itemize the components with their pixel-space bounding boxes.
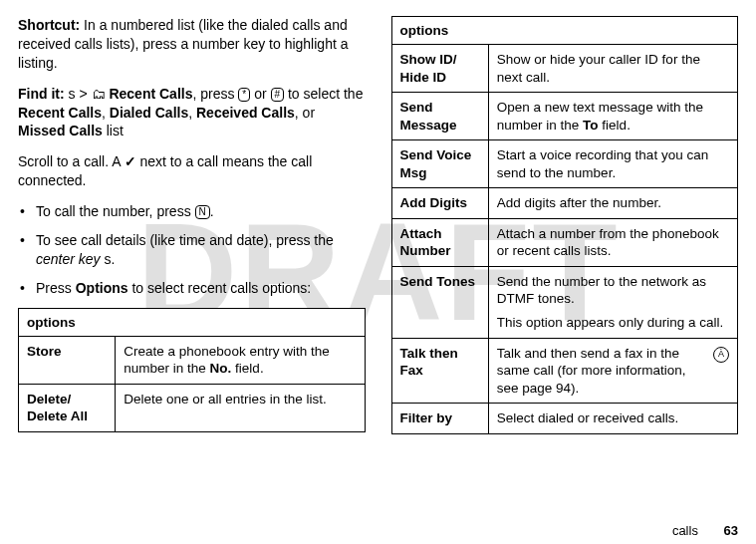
shortcut-paragraph: Shortcut: In a numbered list (like the d… [18, 16, 366, 73]
table-row: Store Create a phonebook entry with the … [19, 336, 366, 384]
recent-calls-2: Recent Calls [18, 105, 102, 121]
d2: field. [599, 118, 630, 133]
findit-label: Find it: [18, 86, 65, 102]
opt-label: Store [19, 336, 116, 384]
table-row: Attach Number Attach a number from the p… [391, 218, 738, 266]
opt-label: Talk then Fax [391, 338, 488, 404]
b3b: to select recent calls options: [128, 280, 312, 296]
list-word: list [103, 123, 124, 138]
dialed-calls: Dialed Calls [110, 105, 188, 121]
d2: field. [231, 361, 263, 376]
table-row: Delete/ Delete All Delete one or all ent… [19, 384, 366, 431]
recent-icon: 🗂 [92, 86, 106, 102]
key-hash: # [271, 88, 285, 102]
bullet-3: Press Options to select recent calls opt… [18, 279, 366, 298]
opt-desc: Talk and then send a fax in the same cal… [488, 338, 737, 404]
opt-label: Add Digits [391, 188, 488, 219]
options-word: Options [76, 280, 128, 296]
opt-desc: Send the number to the network as DTMF t… [488, 266, 737, 338]
chapter-name: calls [672, 523, 698, 538]
db: To [583, 118, 599, 133]
opt-label: Send Message [391, 93, 488, 140]
db: No. [210, 361, 232, 376]
d: Talk and then send a fax in the same cal… [497, 346, 686, 396]
scroll-a: Scroll to a call. A [18, 153, 125, 169]
scroll-paragraph: Scroll to a call. A ✓ next to a call mea… [18, 152, 366, 190]
c3: , or [295, 105, 315, 121]
b1b: . [210, 203, 214, 219]
table-row: Send Voice Msg Start a voice recording t… [391, 140, 738, 188]
d-extra: This option appears only during a call. [497, 314, 729, 332]
center-key-italic: center key [36, 251, 101, 267]
options-table-left: options Store Create a phonebook entry w… [18, 308, 366, 432]
page-footer: calls 63 [672, 523, 738, 538]
opt-desc: Start a voice recording that you can sen… [488, 140, 737, 188]
nav-glyph: s [69, 86, 76, 102]
opt-label: Attach Number [391, 218, 488, 266]
opt-desc: Attach a number from the phonebook or re… [488, 218, 737, 266]
received-calls: Received Calls [196, 105, 295, 121]
opt-label: Show ID/ Hide ID [391, 45, 488, 93]
table-row: Add Digits Add digits after the number. [391, 188, 738, 219]
b2b: . [111, 251, 115, 267]
send-key: N [195, 205, 210, 219]
page-columns: Shortcut: In a numbered list (like the d… [0, 0, 756, 514]
opt-label: Delete/ Delete All [19, 384, 116, 431]
page-number: 63 [724, 523, 738, 538]
to-select: to select the [284, 86, 363, 102]
table-row: Filter by Select dialed or received call… [391, 404, 738, 434]
findit-paragraph: Find it: s > 🗂 Recent Calls, press * or … [18, 85, 366, 141]
opt-desc: Add digits after the number. [488, 188, 737, 219]
options-caption-left: options [19, 308, 366, 336]
table-row: Send Tones Send the number to the networ… [391, 266, 738, 338]
opt-label: Send Tones [391, 266, 488, 338]
c2: , [188, 105, 196, 121]
recent-calls-1: Recent Calls [109, 86, 192, 102]
shortcut-label: Shortcut: [18, 17, 80, 33]
feature-icon [713, 347, 729, 363]
opt-desc: Create a phonebook entry with the number… [116, 336, 365, 384]
opt-desc: Show or hide your caller ID for the next… [488, 45, 737, 93]
b3a: Press [36, 280, 76, 296]
missed-calls: Missed Calls [18, 123, 103, 138]
options-table-right: options Show ID/ Hide ID Show or hide yo… [391, 16, 739, 434]
bullet-1: To call the number, press N. [18, 202, 366, 221]
opt-label: Filter by [391, 404, 488, 434]
opt-desc: Delete one or all entries in the list. [116, 384, 365, 431]
opt-label: Send Voice Msg [391, 140, 488, 188]
right-column: options Show ID/ Hide ID Show or hide yo… [391, 16, 739, 504]
table-row: Show ID/ Hide ID Show or hide your calle… [391, 45, 738, 93]
d: Send the number to the network as DTMF t… [497, 273, 729, 308]
opt-desc: Open a new text message with the number … [488, 93, 737, 140]
options-caption-right: options [391, 17, 738, 45]
press-word: , press [192, 86, 238, 102]
bullet-list: To call the number, press N. To see call… [18, 202, 366, 298]
checkmark-icon: ✓ [125, 153, 136, 169]
c1: , [102, 105, 110, 121]
or-word: or [250, 86, 270, 102]
table-row: Talk then Fax Talk and then send a fax i… [391, 338, 738, 404]
gt: > [76, 86, 92, 102]
b1a: To call the number, press [36, 203, 195, 219]
center-key-glyph: s [101, 251, 112, 267]
bullet-2: To see call details (like time and date)… [18, 231, 366, 269]
table-row: Send Message Open a new text message wit… [391, 93, 738, 140]
key-star: * [238, 88, 250, 102]
opt-desc: Select dialed or received calls. [488, 404, 737, 434]
left-column: Shortcut: In a numbered list (like the d… [18, 16, 366, 504]
b2a: To see call details (like time and date)… [36, 232, 334, 248]
